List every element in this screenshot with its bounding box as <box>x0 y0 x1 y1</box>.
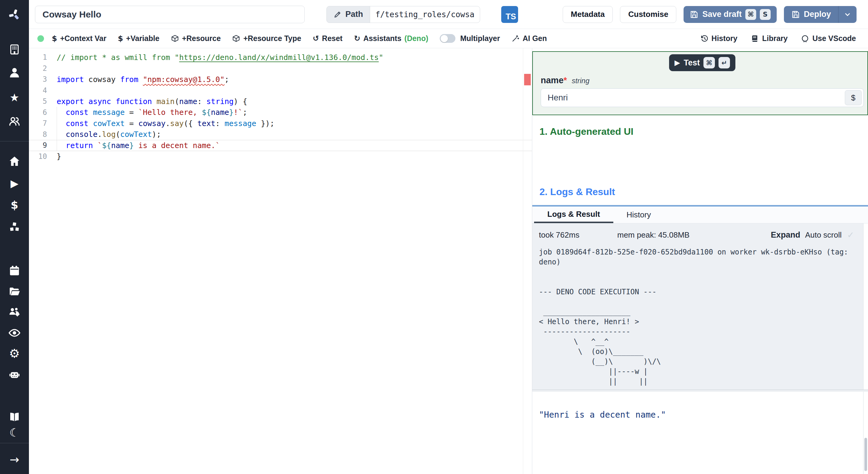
magic-wand-icon <box>512 34 520 42</box>
s-key-badge: S <box>760 9 771 20</box>
code-line-3[interactable]: 3import cowsay from "npm:cowsay@1.5.0"; <box>29 74 532 85</box>
dollar-icon: $ <box>118 34 123 43</box>
folders-icon[interactable] <box>0 284 29 298</box>
favorites-star-icon[interactable]: ★ <box>0 90 29 105</box>
audit-eye-icon[interactable] <box>0 326 29 340</box>
history-button[interactable]: History <box>700 34 738 43</box>
history-clock-icon <box>700 34 709 43</box>
workspace-icon[interactable] <box>0 42 29 57</box>
required-asterisk: * <box>564 76 567 85</box>
users-icon[interactable] <box>0 114 29 128</box>
result-scrollbar[interactable] <box>863 392 868 474</box>
code-editor[interactable]: 1// import * as wmill from "https://deno… <box>29 48 532 474</box>
add-resource-button[interactable]: +Resource <box>171 34 221 43</box>
code-line-2[interactable]: 2 <box>29 63 532 74</box>
library-button[interactable]: Library <box>751 34 788 43</box>
settings-gear-icon[interactable]: ⚙ <box>0 346 29 361</box>
runs-play-icon[interactable]: ▶ <box>0 176 29 190</box>
arg-label: name* string <box>541 76 864 85</box>
line-number: 4 <box>29 86 48 95</box>
user-icon[interactable] <box>0 65 29 80</box>
assistants-language: (Deno) <box>404 34 428 43</box>
check-icon[interactable]: ✓ <box>847 230 854 240</box>
enter-key-badge: ↵ <box>718 57 730 68</box>
cmd-key-badge: ⌘ <box>704 57 715 68</box>
code-text: return `${name} is a decent name.` <box>48 141 220 150</box>
expand-sidebar-arrow-icon[interactable]: → <box>0 452 29 467</box>
logs-result-divider[interactable] <box>532 390 868 392</box>
main-area: Path f/testing_roles/cowsa TS Metadata C… <box>29 0 868 474</box>
logs-tabbar: Logs & Result History <box>532 207 868 224</box>
duration-label: took 762ms <box>539 230 617 240</box>
assistants-button[interactable]: ↻ Assistants (Deno) <box>354 34 428 43</box>
arg-name-input[interactable] <box>541 88 864 107</box>
arg-type: string <box>572 77 590 85</box>
code-line-9[interactable]: 9 return `${name} is a decent name.` <box>29 140 532 151</box>
code-line-6[interactable]: 6 const message = `Hello there, ${name}!… <box>29 107 532 118</box>
section-logs-result: 2. Logs & Result <box>539 186 868 199</box>
dollar-icon: $ <box>52 34 57 43</box>
scrollbar-thumb[interactable] <box>864 438 867 471</box>
code-text: const message = `Hello there, ${name}!`; <box>48 108 247 117</box>
dark-mode-moon-icon[interactable]: ☾ <box>0 425 29 440</box>
docs-book-icon[interactable] <box>0 410 29 424</box>
path-value[interactable]: f/testing_roles/cowsa <box>370 6 480 23</box>
code-line-7[interactable]: 7 const cowText = cowsay.say({ text: mes… <box>29 118 532 129</box>
use-vscode-button[interactable]: Use VScode <box>801 34 856 43</box>
add-variable-button[interactable]: $ +Variable <box>118 34 159 43</box>
typescript-badge: TS <box>501 6 518 23</box>
deploy-button[interactable]: Deploy <box>784 6 857 23</box>
code-line-10[interactable]: 10} <box>29 151 532 162</box>
save-icon <box>689 10 699 19</box>
ai-gen-button[interactable]: AI Gen <box>512 34 547 43</box>
save-draft-button[interactable]: Save draft ⌘ S <box>684 6 777 23</box>
variables-dollar-icon[interactable]: $ <box>0 198 29 212</box>
sidebar-divider-bottom <box>0 443 29 443</box>
workers-robot-icon[interactable] <box>0 367 29 382</box>
reset-button[interactable]: ↺ Reset <box>313 34 342 43</box>
add-resource-type-button[interactable]: +Resource Type <box>232 34 301 43</box>
home-icon[interactable] <box>0 154 29 169</box>
section-auto-generated-ui: 1. Auto-generated UI <box>539 126 868 138</box>
line-number: 6 <box>29 108 48 117</box>
path-label: Path <box>327 6 370 23</box>
job-logs-output: job 0189d64f-812b-525e-f020-652bd9da1100… <box>532 247 863 387</box>
windmill-logo[interactable] <box>0 7 29 22</box>
script-title-input[interactable] <box>35 6 305 23</box>
auto-scroll-label[interactable]: Auto scroll <box>805 230 841 240</box>
code-text: // import * as wmill from "https://deno.… <box>48 53 383 62</box>
code-line-1[interactable]: 1// import * as wmill from "https://deno… <box>29 52 532 63</box>
test-button[interactable]: ▶ Test ⌘ ↵ <box>669 54 735 71</box>
insert-variable-button[interactable]: $ <box>845 90 862 105</box>
line-number: 2 <box>29 64 48 73</box>
logs-scrollbar[interactable] <box>863 224 868 390</box>
multiplayer-label: Multiplayer <box>460 34 500 43</box>
add-context-var-button[interactable]: $ +Context Var <box>52 34 106 43</box>
resources-cubes-icon[interactable] <box>0 220 29 234</box>
expand-button[interactable]: Expand <box>771 230 801 240</box>
sidebar: ★ ▶ $ <box>0 0 29 474</box>
cmd-key-badge: ⌘ <box>745 9 756 20</box>
multiplayer-toggle[interactable] <box>440 34 456 43</box>
code-line-8[interactable]: 8 console.log(cowText); <box>29 129 532 140</box>
tab-logs-result[interactable]: Logs & Result <box>534 207 613 223</box>
deploy-dropdown-button[interactable] <box>838 6 857 23</box>
code-text: console.log(cowText); <box>48 130 161 139</box>
schedules-calendar-icon[interactable] <box>0 264 29 278</box>
groups-admin-icon[interactable] <box>0 304 29 319</box>
line-number: 8 <box>29 130 48 139</box>
tab-history[interactable]: History <box>613 207 664 223</box>
metadata-button[interactable]: Metadata <box>563 6 613 23</box>
result-pane: "Henri is a decent name." <box>532 392 868 474</box>
code-line-4[interactable]: 4 <box>29 85 532 96</box>
overview-ruler <box>523 48 523 474</box>
customise-button[interactable]: Customise <box>620 6 676 23</box>
book-icon <box>751 34 759 43</box>
line-number: 9 <box>29 141 48 150</box>
logs-meta-row: took 762ms mem peak: 45.08MB Expand Auto… <box>532 224 863 240</box>
path-editor[interactable]: Path f/testing_roles/cowsa <box>327 6 480 23</box>
play-icon: ▶ <box>675 59 680 67</box>
deploy-main[interactable]: Deploy <box>784 6 838 23</box>
code-line-5[interactable]: 5export async function main(name: string… <box>29 96 532 107</box>
chevron-down-icon <box>843 10 852 19</box>
